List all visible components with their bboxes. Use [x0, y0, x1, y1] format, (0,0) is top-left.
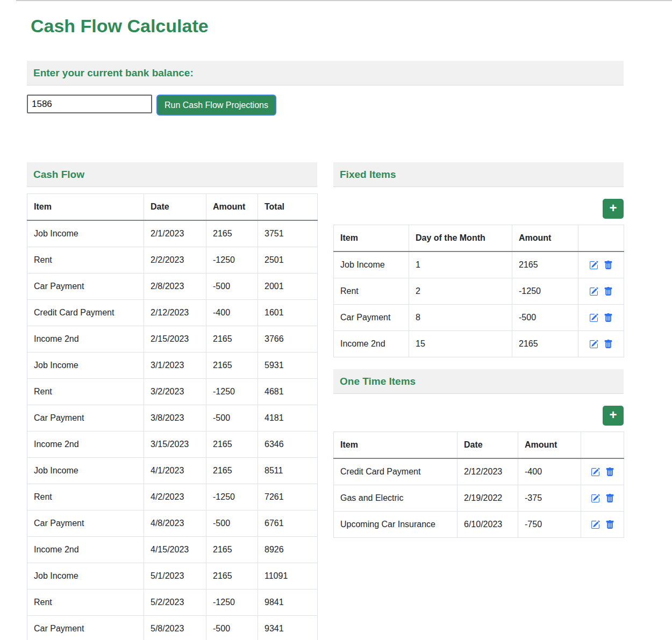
cash-flow-table-body: Job Income2/1/202321653751Rent2/2/2023-1…: [27, 220, 318, 640]
table-cell: 8926: [258, 537, 318, 563]
column-header-item: Item: [334, 432, 457, 459]
delete-button[interactable]: [605, 468, 614, 477]
table-cell: 4/1/2023: [144, 458, 206, 484]
table-row: Car Payment3/8/2023-5004181: [27, 405, 318, 432]
table-cell: -400: [518, 458, 581, 485]
add-one-time-item-button[interactable]: +: [603, 406, 624, 426]
column-header-item: Item: [334, 225, 409, 252]
table-row: Income 2nd152165: [334, 331, 624, 357]
table-cell: -750: [518, 512, 581, 538]
delete-button[interactable]: [604, 340, 613, 349]
table-cell: 5/1/2023: [144, 563, 206, 589]
table-cell: 2501: [258, 247, 318, 274]
fixed-items-table-head: Item Day of the Month Amount: [334, 225, 624, 252]
row-actions: [581, 512, 624, 538]
delete-button[interactable]: [605, 520, 614, 529]
table-cell: Rent: [27, 247, 144, 274]
table-cell: Job Income: [27, 563, 144, 589]
table-cell: -1250: [206, 589, 258, 616]
bank-balance-input[interactable]: [27, 95, 152, 113]
table-row: Car Payment5/8/2023-5009341: [27, 616, 318, 640]
table-row: Car Payment2/8/2023-5002001: [27, 274, 318, 300]
cash-flow-column: Cash Flow Item Date Amount Total Job Inc…: [27, 162, 317, 640]
row-actions: [581, 485, 624, 512]
table-cell: 2/12/2023: [457, 458, 518, 485]
table-cell: -500: [206, 510, 258, 537]
edit-button[interactable]: [591, 468, 600, 477]
column-header-item: Item: [27, 194, 144, 221]
items-column: Fixed Items + Item Day of the Month Amou…: [333, 162, 624, 538]
table-row: Credit Card Payment2/12/2023-4001601: [27, 300, 318, 326]
row-actions: [578, 278, 624, 305]
edit-button[interactable]: [591, 520, 600, 529]
delete-button[interactable]: [604, 313, 613, 322]
table-cell: 2165: [206, 432, 258, 458]
edit-icon: [591, 468, 600, 477]
table-cell: -500: [512, 305, 578, 331]
table-cell: 2165: [206, 353, 258, 379]
table-row: Gas and Electric2/19/2022-375: [334, 485, 624, 512]
column-header-amount: Amount: [512, 225, 578, 252]
table-cell: 6346: [258, 432, 318, 458]
content-columns: Cash Flow Item Date Amount Total Job Inc…: [27, 162, 624, 640]
table-row: Income 2nd2/15/202321653766: [27, 326, 318, 353]
table-cell: Income 2nd: [27, 326, 144, 353]
table-cell: -500: [206, 616, 258, 640]
header-row: Item Date Amount Total: [27, 194, 318, 221]
edit-button[interactable]: [589, 340, 598, 349]
table-cell: 2/1/2023: [144, 220, 206, 247]
edit-button[interactable]: [591, 494, 600, 503]
table-cell: Car Payment: [27, 616, 144, 640]
table-cell: 2/8/2023: [144, 274, 206, 300]
fixed-items-heading: Fixed Items: [340, 169, 396, 181]
edit-button[interactable]: [589, 287, 598, 296]
column-header-amount: Amount: [518, 432, 581, 459]
table-cell: 2/12/2023: [144, 300, 206, 326]
delete-button[interactable]: [604, 261, 613, 270]
table-cell: Credit Card Payment: [334, 458, 457, 485]
edit-icon: [589, 340, 598, 349]
row-actions: [578, 331, 624, 357]
table-cell: 2: [409, 278, 512, 305]
trash-icon: [605, 520, 614, 529]
table-cell: 5/8/2023: [144, 616, 206, 640]
table-row: Car Payment8-500: [334, 305, 624, 331]
cash-flow-table: Item Date Amount Total Job Income2/1/202…: [27, 193, 318, 640]
table-cell: Income 2nd: [27, 537, 144, 563]
table-cell: 2/2/2023: [144, 247, 206, 274]
table-cell: 2165: [512, 331, 578, 357]
table-row: Job Income3/1/202321655931: [27, 353, 318, 379]
table-cell: 2165: [206, 563, 258, 589]
table-cell: 7261: [258, 484, 318, 510]
table-cell: 9341: [258, 616, 318, 640]
table-cell: 4681: [258, 379, 318, 405]
fixed-items-add-row: +: [333, 199, 624, 219]
table-cell: 3766: [258, 326, 318, 353]
edit-button[interactable]: [589, 313, 598, 322]
column-header-day: Day of the Month: [409, 225, 512, 252]
delete-button[interactable]: [605, 494, 614, 503]
run-projections-button[interactable]: Run Cash Flow Projections: [156, 95, 276, 116]
row-actions: [581, 458, 624, 485]
edit-button[interactable]: [589, 261, 598, 270]
table-cell: -1250: [206, 247, 258, 274]
add-fixed-item-button[interactable]: +: [603, 199, 624, 219]
table-cell: 2001: [258, 274, 318, 300]
table-cell: 9841: [258, 589, 318, 616]
table-cell: 3/1/2023: [144, 353, 206, 379]
trash-icon: [604, 261, 613, 270]
row-actions: [578, 251, 624, 278]
fixed-items-table-body: Job Income12165Rent2-1250Car Payment8-50…: [334, 251, 624, 357]
edit-icon: [591, 520, 600, 529]
edit-icon: [591, 494, 600, 503]
trash-icon: [605, 494, 614, 503]
one-time-items-section-header: One Time Items: [333, 369, 624, 394]
table-cell: Rent: [27, 484, 144, 510]
delete-button[interactable]: [604, 287, 613, 296]
table-row: Job Income12165: [334, 251, 624, 278]
table-row: Rent4/2/2023-12507261: [27, 484, 318, 510]
table-cell: 2/19/2022: [457, 485, 518, 512]
one-time-items-section: One Time Items + Item Date Amount: [333, 369, 624, 538]
table-cell: 6/10/2023: [457, 512, 518, 538]
table-cell: Job Income: [27, 220, 144, 247]
